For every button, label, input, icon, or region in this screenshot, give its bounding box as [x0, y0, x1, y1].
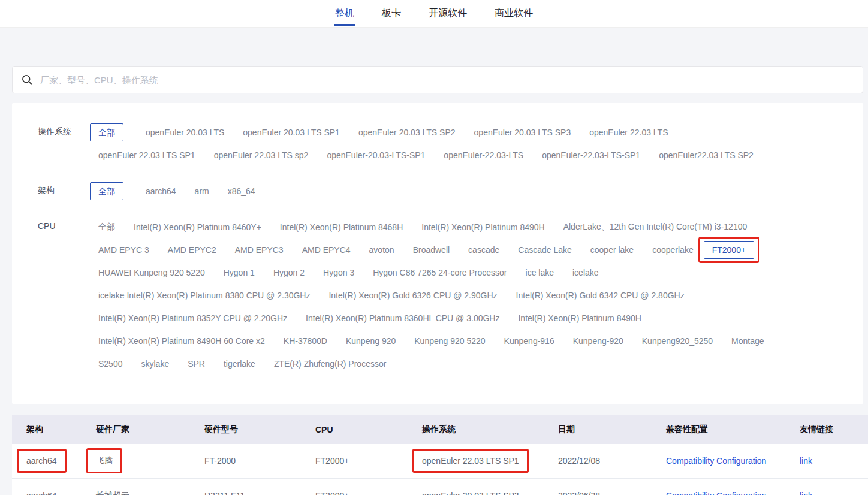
- tab-commercial-software[interactable]: 商业软件: [493, 0, 534, 27]
- filter-option-selected[interactable]: FT2000+: [704, 241, 754, 259]
- results-table: 架构硬件厂家硬件型号CPU操作系统日期兼容性配置友情链接 aarch64飞腾FT…: [12, 415, 868, 495]
- filter-option-row: Intel(R) Xeon(R) Platinum 8490H 60 Core …: [98, 330, 845, 352]
- filter-option[interactable]: openEuler-22.03-LTS: [444, 150, 523, 160]
- tab-open-source-software[interactable]: 开源软件: [427, 0, 468, 27]
- column-header[interactable]: CPU: [315, 415, 422, 444]
- top-nav: 整机 板卡 开源软件 商业软件: [0, 0, 868, 28]
- table-cell: aarch64: [12, 478, 96, 495]
- filter-group-label: 操作系统: [38, 121, 98, 167]
- filter-option[interactable]: HUAWEI Kunpeng 920 5220: [98, 268, 205, 277]
- filter-option[interactable]: Hygon C86 7265 24-core Processor: [373, 268, 507, 277]
- filter-option[interactable]: Intel(R) Xeon(R) Gold 6326 CPU @ 2.90GHz: [328, 291, 497, 300]
- filter-option[interactable]: Kunpeng920_5250: [642, 336, 713, 346]
- filter-option-row: openEuler 22.03 LTS SP1openEuler 22.03 L…: [98, 144, 845, 167]
- red-annotation-box: 飞腾: [96, 455, 113, 466]
- friendly-link[interactable]: link: [800, 491, 812, 495]
- filter-option[interactable]: openEuler 20.03 LTS SP1: [243, 128, 340, 137]
- filter-option[interactable]: Intel(R) Xeon(R) Platinum 8360HL CPU @ 3…: [306, 313, 499, 323]
- filter-option[interactable]: icelake: [572, 268, 599, 277]
- filter-option[interactable]: SPR: [188, 359, 205, 369]
- filter-option-row: 全部openEuler 20.03 LTSopenEuler 20.03 LTS…: [98, 121, 845, 144]
- filter-option[interactable]: Intel(R) Xeon(R) Platinum 8352Y CPU @ 2.…: [98, 313, 287, 323]
- friendly-link[interactable]: link: [800, 456, 812, 466]
- table-cell: Compatibility Configuration: [666, 444, 800, 478]
- table-header-row: 架构硬件厂家硬件型号CPU操作系统日期兼容性配置友情链接: [12, 415, 868, 444]
- filter-option[interactable]: openEuler 20.03 LTS: [146, 128, 224, 137]
- filter-option[interactable]: openEuler 22.03 LTS sp2: [214, 150, 309, 160]
- filter-option[interactable]: Kunpeng 920: [346, 336, 396, 346]
- filter-option[interactable]: openEuler 20.03 LTS SP2: [358, 128, 456, 137]
- filter-option[interactable]: KH-37800D: [284, 336, 327, 346]
- filter-option[interactable]: x86_64: [228, 186, 255, 196]
- filter-option-row: S2500skylakeSPRtigerlakeZTE(R) Zhufeng(R…: [98, 352, 845, 375]
- filter-option[interactable]: cooperlake: [652, 245, 694, 255]
- filter-option[interactable]: AMD EPYC3: [235, 245, 284, 255]
- filter-option[interactable]: cascade: [468, 245, 499, 255]
- column-header[interactable]: 友情链接: [800, 415, 868, 444]
- table-row: aarch64飞腾FT-2000FT2000+openEuler 22.03 L…: [12, 444, 868, 478]
- filter-option[interactable]: Cascade Lake: [518, 245, 572, 255]
- filter-group: 架构全部aarch64armx86_64: [38, 180, 845, 203]
- filter-option[interactable]: aarch64: [146, 186, 176, 196]
- tab-boards[interactable]: 板卡: [381, 0, 402, 27]
- filter-option[interactable]: icelake Intel(R) Xeon(R) Platinum 8380 C…: [98, 291, 310, 300]
- filter-option[interactable]: Kunpeng-916: [504, 336, 554, 346]
- table-row: aarch64长城超云R2211 F11FT2000+openEuler 20.…: [12, 478, 868, 495]
- table-cell: openEuler 22.03 LTS SP1: [422, 444, 558, 478]
- filter-option[interactable]: Intel(R) Xeon(R) Platinum 8490H: [421, 222, 544, 232]
- filter-option[interactable]: openEuler22.03 LTS SP2: [659, 150, 754, 160]
- filter-option[interactable]: S2500: [98, 359, 122, 369]
- filter-option[interactable]: Hygon 2: [273, 268, 305, 277]
- filter-option[interactable]: Intel(R) Xeon(R) Platinum 8468H: [280, 222, 403, 232]
- column-header[interactable]: 兼容性配置: [666, 415, 800, 444]
- red-annotation-box: FT2000+: [704, 241, 754, 259]
- cell-text: FT2000+: [315, 456, 349, 466]
- column-header[interactable]: 架构: [12, 415, 96, 444]
- table-cell: 2022/12/08: [558, 444, 666, 478]
- column-header[interactable]: 硬件型号: [204, 415, 315, 444]
- filter-option[interactable]: AMD EPYC4: [302, 245, 351, 255]
- search-input[interactable]: [40, 75, 854, 85]
- filter-option[interactable]: ice lake: [526, 268, 554, 277]
- filter-option[interactable]: openEuler-22.03-LTS-SP1: [542, 150, 640, 160]
- table-cell: 长城超云: [96, 478, 204, 495]
- filter-option[interactable]: arm: [195, 186, 209, 196]
- tab-whole-machine[interactable]: 整机: [334, 0, 355, 27]
- filter-option[interactable]: cooper lake: [590, 245, 634, 255]
- filter-option[interactable]: Broadwell: [413, 245, 450, 255]
- filter-group-label: CPU: [38, 216, 98, 375]
- filter-option[interactable]: 全部: [98, 222, 115, 233]
- filter-option[interactable]: openEuler 22.03 LTS: [589, 128, 668, 137]
- filter-option[interactable]: Kunpeng-920: [573, 336, 623, 346]
- column-header[interactable]: 硬件厂家: [96, 415, 204, 444]
- filter-option[interactable]: avoton: [369, 245, 394, 255]
- filter-option[interactable]: Hygon 3: [323, 268, 354, 277]
- filter-option[interactable]: Intel(R) Xeon(R) Platinum 8490H: [518, 313, 641, 323]
- filter-option[interactable]: Kunpeng 920 5220: [414, 336, 485, 346]
- filter-option[interactable]: AMD EPYC 3: [98, 245, 149, 255]
- column-header[interactable]: 日期: [558, 415, 666, 444]
- filter-option-row: 全部aarch64armx86_64: [98, 180, 845, 203]
- filter-option[interactable]: ZTE(R) Zhufeng(R) Processor: [274, 359, 386, 369]
- filter-option[interactable]: Hygon 1: [224, 268, 255, 277]
- filter-option[interactable]: Intel(R) Xeon(R) Platinum 8490H 60 Core …: [98, 336, 265, 346]
- filter-option[interactable]: AlderLake、12th Gen Intel(R) Core(TM) i3-…: [563, 222, 748, 233]
- filter-group: CPU全部Intel(R) Xeon(R) Platinum 8460Y+Int…: [38, 216, 845, 375]
- filter-option[interactable]: openEuler-20.03-LTS-SP1: [327, 150, 425, 160]
- table-cell: aarch64: [12, 444, 96, 478]
- filter-option[interactable]: Intel(R) Xeon(R) Gold 6342 CPU @ 2.80GHz: [516, 291, 685, 300]
- filter-option-selected[interactable]: 全部: [90, 123, 123, 141]
- table-cell: openEuler 20.03 LTS SP3: [422, 478, 558, 495]
- filter-option[interactable]: skylake: [141, 359, 169, 369]
- column-header[interactable]: 操作系统: [422, 415, 558, 444]
- filter-option[interactable]: Montage: [731, 336, 764, 346]
- compatibility-link[interactable]: Compatibility Configuration: [666, 491, 766, 495]
- filter-panel: 操作系统全部openEuler 20.03 LTSopenEuler 20.03…: [12, 103, 863, 404]
- compatibility-link[interactable]: Compatibility Configuration: [666, 456, 766, 466]
- filter-option[interactable]: openEuler 22.03 LTS SP1: [98, 150, 195, 160]
- filter-option[interactable]: AMD EPYC2: [168, 245, 216, 255]
- filter-option[interactable]: Intel(R) Xeon(R) Platinum 8460Y+: [134, 222, 261, 232]
- filter-option-selected[interactable]: 全部: [90, 182, 123, 200]
- filter-option[interactable]: openEuler 20.03 LTS SP3: [474, 128, 571, 137]
- filter-option[interactable]: tigerlake: [224, 359, 255, 369]
